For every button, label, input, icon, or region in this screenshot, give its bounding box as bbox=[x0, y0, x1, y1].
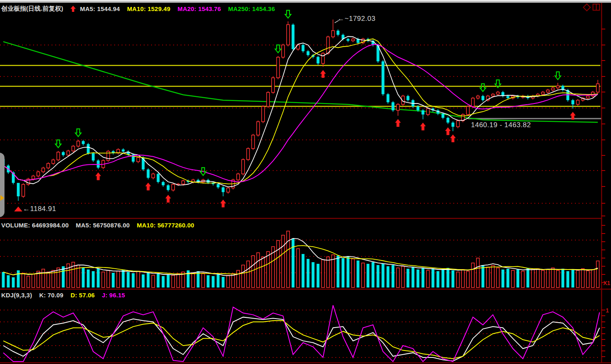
high-price-annotation: ←~1792.03 bbox=[337, 15, 376, 23]
instrument-title: 创业板指(日线.前复权) bbox=[1, 5, 63, 13]
ma250-value: MA250: 1454.36 bbox=[228, 5, 275, 12]
trading-app-window: 创业板指(日线.前复权) MA5: 1544.94 MA10: 1529.49 … bbox=[0, 0, 611, 364]
window-top-strip bbox=[0, 0, 611, 3]
kdj-name: KDJ(9,3,3) bbox=[1, 292, 32, 299]
panes-icon-divider bbox=[596, 4, 597, 10]
ma10-value: MA10: 1529.49 bbox=[127, 5, 170, 12]
kdj-scale-label: 1 bbox=[606, 307, 609, 314]
kdj-panel[interactable] bbox=[0, 290, 601, 362]
volume-panel[interactable] bbox=[0, 220, 601, 288]
main-chart-header: 创业板指(日线.前复权) MA5: 1544.94 MA10: 1529.49 … bbox=[1, 4, 280, 13]
left-arrow-icon[interactable] bbox=[0, 195, 4, 201]
kdj-j-value: J: 96.15 bbox=[102, 292, 125, 299]
volume-ma5-value: MA5: 56750876.00 bbox=[76, 222, 130, 229]
up-arrow-icon bbox=[70, 6, 76, 12]
left-edge-handle[interactable] bbox=[0, 153, 5, 217]
volume-value: VOLUME: 64693984.00 bbox=[1, 222, 69, 229]
kdj-header: KDJ(9,3,3) K: 70.09 D: 57.06 J: 96.15 bbox=[1, 291, 130, 299]
gap-range-annotation: 1460.19 - 1463.82 bbox=[471, 121, 531, 129]
kdj-k-value: K: 70.09 bbox=[39, 292, 63, 299]
ma20-value: MA20: 1543.76 bbox=[178, 5, 221, 12]
panes-icon[interactable] bbox=[593, 4, 600, 11]
kdj-d-value: D: 57.06 bbox=[70, 292, 95, 299]
ma5-value: MA5: 1544.94 bbox=[80, 5, 120, 12]
low-price-annotation: ←1184.91 bbox=[23, 205, 56, 213]
volume-scale-label: X1 bbox=[603, 280, 610, 286]
volume-ma10-value: MA10: 56777260.00 bbox=[137, 222, 194, 229]
main-chart-panel[interactable] bbox=[0, 13, 601, 217]
volume-header: VOLUME: 64693984.00 MA5: 56750876.00 MA1… bbox=[1, 221, 199, 229]
